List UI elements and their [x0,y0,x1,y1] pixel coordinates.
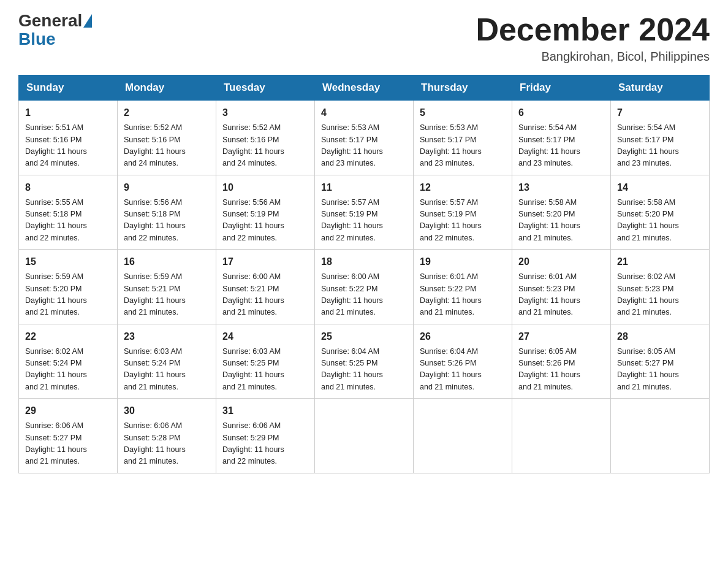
calendar-cell: 20Sunrise: 6:01 AMSunset: 5:23 PMDayligh… [512,250,611,324]
calendar-header-thursday: Thursday [414,75,512,101]
calendar-cell: 5Sunrise: 5:53 AMSunset: 5:17 PMDaylight… [414,101,512,175]
day-info: Sunrise: 5:53 AMSunset: 5:17 PMDaylight:… [321,122,407,170]
day-number: 21 [617,255,703,269]
calendar-cell: 19Sunrise: 6:01 AMSunset: 5:22 PMDayligh… [414,250,512,324]
day-info: Sunrise: 5:57 AMSunset: 5:19 PMDaylight:… [321,197,407,245]
day-info: Sunrise: 5:54 AMSunset: 5:17 PMDaylight:… [518,122,604,170]
day-number: 13 [518,180,604,195]
day-info: Sunrise: 6:03 AMSunset: 5:24 PMDaylight:… [124,346,210,394]
day-info: Sunrise: 6:01 AMSunset: 5:23 PMDaylight:… [518,271,604,319]
day-info: Sunrise: 5:57 AMSunset: 5:19 PMDaylight:… [420,197,506,245]
calendar-cell: 25Sunrise: 6:04 AMSunset: 5:25 PMDayligh… [315,324,414,399]
day-number: 25 [321,329,407,344]
calendar-cell: 4Sunrise: 5:53 AMSunset: 5:17 PMDaylight… [315,101,414,175]
calendar-cell: 12Sunrise: 5:57 AMSunset: 5:19 PMDayligh… [414,175,512,250]
day-info: Sunrise: 5:58 AMSunset: 5:20 PMDaylight:… [518,197,604,245]
day-number: 15 [25,255,111,269]
day-number: 16 [124,255,210,269]
day-number: 18 [321,255,407,269]
day-info: Sunrise: 5:52 AMSunset: 5:16 PMDaylight:… [222,122,308,170]
day-info: Sunrise: 5:59 AMSunset: 5:20 PMDaylight:… [25,271,111,319]
calendar-cell: 29Sunrise: 6:06 AMSunset: 5:27 PMDayligh… [19,399,118,473]
calendar-week-row: 15Sunrise: 5:59 AMSunset: 5:20 PMDayligh… [19,250,710,324]
calendar-cell: 7Sunrise: 5:54 AMSunset: 5:17 PMDaylight… [611,101,710,175]
calendar-header-tuesday: Tuesday [216,75,315,101]
day-number: 30 [124,404,210,418]
calendar-cell: 18Sunrise: 6:00 AMSunset: 5:22 PMDayligh… [315,250,414,324]
day-number: 3 [222,105,308,120]
page-header: General Blue December 2024 Bangkirohan, … [18,12,710,64]
calendar-cell: 21Sunrise: 6:02 AMSunset: 5:23 PMDayligh… [611,250,710,324]
day-number: 27 [518,329,604,344]
calendar-cell: 2Sunrise: 5:52 AMSunset: 5:16 PMDaylight… [118,101,216,175]
calendar-cell: 10Sunrise: 5:56 AMSunset: 5:19 PMDayligh… [216,175,315,250]
calendar-cell: 30Sunrise: 6:06 AMSunset: 5:28 PMDayligh… [118,399,216,473]
day-number: 1 [25,105,111,120]
calendar-cell: 23Sunrise: 6:03 AMSunset: 5:24 PMDayligh… [118,324,216,399]
day-number: 28 [617,329,703,344]
day-info: Sunrise: 5:58 AMSunset: 5:20 PMDaylight:… [617,197,703,245]
day-number: 4 [321,105,407,120]
calendar-cell: 17Sunrise: 6:00 AMSunset: 5:21 PMDayligh… [216,250,315,324]
calendar-cell [315,399,414,473]
day-info: Sunrise: 6:00 AMSunset: 5:22 PMDaylight:… [321,271,407,319]
calendar-cell: 24Sunrise: 6:03 AMSunset: 5:25 PMDayligh… [216,324,315,399]
day-number: 26 [420,329,506,344]
day-number: 7 [617,105,703,120]
day-info: Sunrise: 6:02 AMSunset: 5:24 PMDaylight:… [25,346,111,394]
day-number: 24 [222,329,308,344]
day-info: Sunrise: 5:55 AMSunset: 5:18 PMDaylight:… [25,197,111,245]
day-number: 14 [617,180,703,195]
location-subtitle: Bangkirohan, Bicol, Philippines [476,50,710,64]
day-number: 23 [124,329,210,344]
day-info: Sunrise: 5:51 AMSunset: 5:16 PMDaylight:… [25,122,111,170]
calendar-cell: 8Sunrise: 5:55 AMSunset: 5:18 PMDaylight… [19,175,118,250]
day-number: 19 [420,255,506,269]
calendar-cell: 14Sunrise: 5:58 AMSunset: 5:20 PMDayligh… [611,175,710,250]
day-info: Sunrise: 5:52 AMSunset: 5:16 PMDaylight:… [124,122,210,170]
day-number: 12 [420,180,506,195]
day-info: Sunrise: 6:05 AMSunset: 5:26 PMDaylight:… [518,346,604,394]
calendar-header-row: SundayMondayTuesdayWednesdayThursdayFrid… [19,75,710,101]
day-info: Sunrise: 6:01 AMSunset: 5:22 PMDaylight:… [420,271,506,319]
calendar-cell: 22Sunrise: 6:02 AMSunset: 5:24 PMDayligh… [19,324,118,399]
day-number: 22 [25,329,111,344]
calendar-cell: 16Sunrise: 5:59 AMSunset: 5:21 PMDayligh… [118,250,216,324]
calendar-week-row: 29Sunrise: 6:06 AMSunset: 5:27 PMDayligh… [19,399,710,473]
calendar-cell [512,399,611,473]
logo: General Blue [18,12,92,49]
calendar-header-sunday: Sunday [19,75,118,101]
day-info: Sunrise: 6:00 AMSunset: 5:21 PMDaylight:… [222,271,308,319]
day-info: Sunrise: 6:06 AMSunset: 5:27 PMDaylight:… [25,420,111,468]
day-info: Sunrise: 5:53 AMSunset: 5:17 PMDaylight:… [420,122,506,170]
day-number: 8 [25,180,111,195]
calendar-cell: 11Sunrise: 5:57 AMSunset: 5:19 PMDayligh… [315,175,414,250]
day-number: 31 [222,404,308,418]
day-number: 5 [420,105,506,120]
calendar-cell: 26Sunrise: 6:04 AMSunset: 5:26 PMDayligh… [414,324,512,399]
calendar-table: SundayMondayTuesdayWednesdayThursdayFrid… [18,75,710,473]
day-info: Sunrise: 5:56 AMSunset: 5:19 PMDaylight:… [222,197,308,245]
calendar-cell: 31Sunrise: 6:06 AMSunset: 5:29 PMDayligh… [216,399,315,473]
day-number: 10 [222,180,308,195]
day-number: 29 [25,404,111,418]
calendar-cell: 1Sunrise: 5:51 AMSunset: 5:16 PMDaylight… [19,101,118,175]
day-info: Sunrise: 5:59 AMSunset: 5:21 PMDaylight:… [124,271,210,319]
day-number: 11 [321,180,407,195]
calendar-cell: 3Sunrise: 5:52 AMSunset: 5:16 PMDaylight… [216,101,315,175]
calendar-cell: 15Sunrise: 5:59 AMSunset: 5:20 PMDayligh… [19,250,118,324]
month-title: December 2024 [476,12,710,47]
calendar-header-monday: Monday [118,75,216,101]
calendar-header-saturday: Saturday [611,75,710,101]
day-info: Sunrise: 6:05 AMSunset: 5:27 PMDaylight:… [617,346,703,394]
day-number: 9 [124,180,210,195]
day-number: 17 [222,255,308,269]
logo-general-text: General [18,12,82,29]
calendar-header-friday: Friday [512,75,611,101]
calendar-week-row: 22Sunrise: 6:02 AMSunset: 5:24 PMDayligh… [19,324,710,399]
day-number: 6 [518,105,604,120]
day-info: Sunrise: 5:56 AMSunset: 5:18 PMDaylight:… [124,197,210,245]
calendar-cell [611,399,710,473]
calendar-cell: 27Sunrise: 6:05 AMSunset: 5:26 PMDayligh… [512,324,611,399]
calendar-week-row: 8Sunrise: 5:55 AMSunset: 5:18 PMDaylight… [19,175,710,250]
